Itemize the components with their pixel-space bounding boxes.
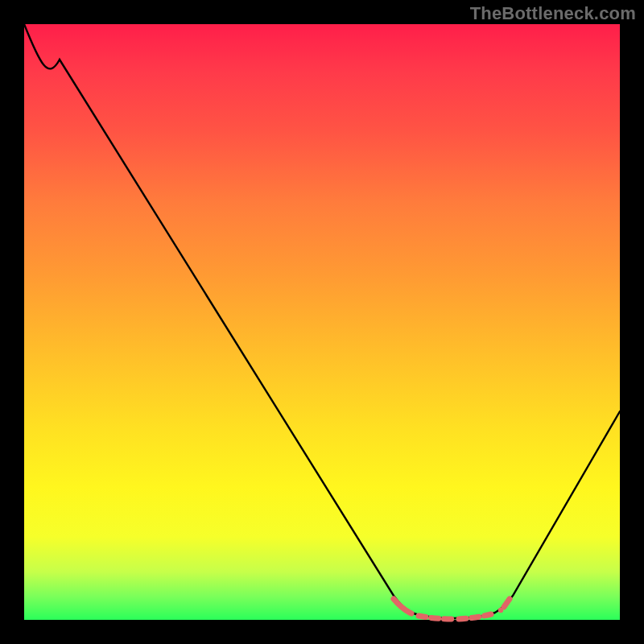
bottleneck-curve	[24, 24, 620, 618]
chart-container: TheBottleneck.com	[0, 0, 644, 644]
watermark-text: TheBottleneck.com	[470, 3, 636, 24]
trough-marker	[394, 599, 510, 619]
plot-area	[24, 24, 620, 620]
curve-layer	[24, 24, 620, 620]
